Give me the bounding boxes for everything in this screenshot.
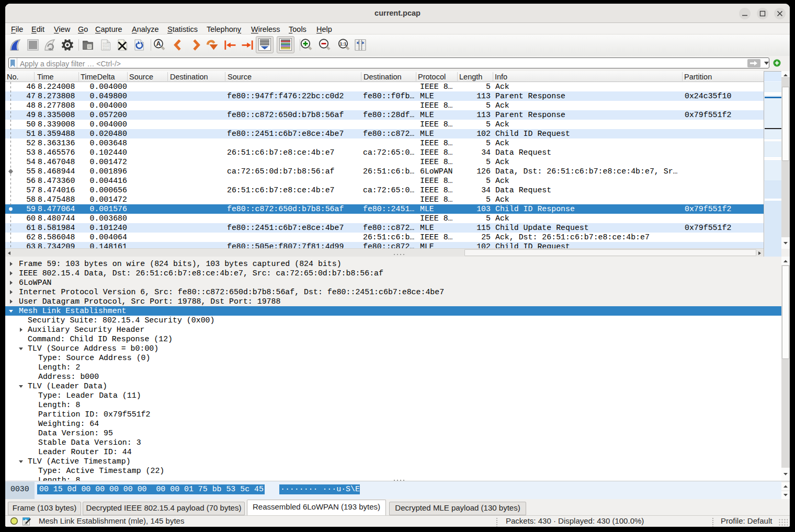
svg-text:1:1: 1:1	[339, 41, 346, 47]
svg-text:0111: 0111	[103, 48, 109, 51]
svg-text:A: A	[156, 40, 161, 48]
